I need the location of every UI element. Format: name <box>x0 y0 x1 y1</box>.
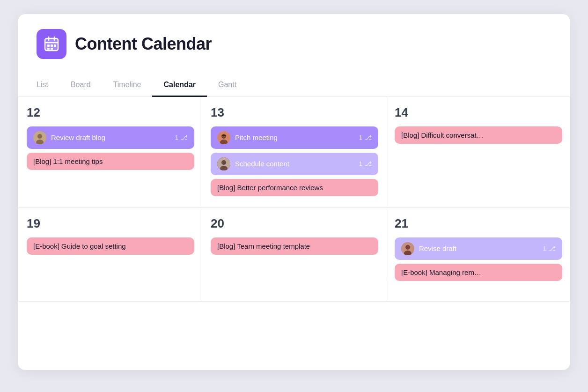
event-better-performance[interactable]: [Blog] Better performance reviews <box>211 179 378 196</box>
svg-rect-6 <box>51 44 53 47</box>
user-avatar-svg <box>217 157 230 170</box>
svg-point-11 <box>37 134 42 139</box>
event-schedule-content[interactable]: Schedule content 1 ⎇ <box>211 153 378 175</box>
event-count: 1 <box>359 160 362 167</box>
user-avatar-svg <box>217 131 230 144</box>
subtask-icon: ⎇ <box>181 134 188 141</box>
user-avatar-svg <box>33 131 46 144</box>
tab-calendar[interactable]: Calendar <box>152 76 206 97</box>
calendar-cell-12: 12 Review draft blog 1 ⎇ <box>18 97 202 208</box>
header: Content Calendar <box>18 14 570 59</box>
svg-rect-8 <box>47 48 50 50</box>
calendar-cell-21: 21 Revise draft 1 ⎇ <box>386 208 570 302</box>
event-pitch-meeting[interactable]: Pitch meeting 1 ⎇ <box>211 126 378 149</box>
event-count: 1 <box>175 134 178 141</box>
calendar-cell-20: 20 [Blog] Team meeting template <box>202 208 386 302</box>
avatar-man <box>33 131 46 144</box>
tab-list[interactable]: List <box>37 76 59 97</box>
nav-tabs: List Board Timeline Calendar Gantt <box>18 67 570 97</box>
event-meta: 1 ⎇ <box>359 160 372 167</box>
svg-point-17 <box>221 160 226 165</box>
event-review-draft-blog[interactable]: Review draft blog 1 ⎇ <box>27 126 194 149</box>
event-label: [E-book] Managing rem… <box>401 268 556 276</box>
calendar-grid: 12 Review draft blog 1 ⎇ <box>18 97 570 302</box>
calendar-icon <box>44 36 59 52</box>
user-avatar-svg <box>401 242 414 255</box>
svg-rect-9 <box>51 48 53 50</box>
date-20: 20 <box>211 216 378 231</box>
avatar-woman2 <box>217 157 230 170</box>
avatar-woman3 <box>401 242 414 255</box>
event-label: Pitch meeting <box>235 133 354 141</box>
event-revise-draft[interactable]: Revise draft 1 ⎇ <box>395 237 562 260</box>
tab-timeline[interactable]: Timeline <box>102 76 153 97</box>
event-ebook-managing[interactable]: [E-book] Managing rem… <box>395 264 562 281</box>
events-19: [E-book] Guide to goal setting <box>27 237 194 255</box>
event-label: [Blog] Team meeting template <box>217 242 372 250</box>
events-20: [Blog] Team meeting template <box>211 237 378 255</box>
date-13: 13 <box>211 105 378 120</box>
app-container: Content Calendar List Board Timeline Cal… <box>18 14 570 370</box>
events-12: Review draft blog 1 ⎇ [Blog] 1:1 meeting… <box>27 126 194 170</box>
event-meta: 1 ⎇ <box>543 245 556 252</box>
calendar-cell-14: 14 [Blog] Difficult conversat… <box>386 97 570 208</box>
subtask-icon: ⎇ <box>549 245 556 252</box>
event-label: Revise draft <box>419 244 538 252</box>
subtask-icon: ⎇ <box>365 160 372 167</box>
svg-rect-5 <box>47 44 50 47</box>
avatar-woman1 <box>217 131 230 144</box>
event-blog-meeting-tips[interactable]: [Blog] 1:1 meeting tips <box>27 153 194 170</box>
subtask-icon: ⎇ <box>365 134 372 141</box>
tab-board[interactable]: Board <box>59 76 102 97</box>
date-19: 19 <box>27 216 194 231</box>
events-21: Revise draft 1 ⎇ [E-book] Managing rem… <box>395 237 562 281</box>
calendar-cell-19: 19 [E-book] Guide to goal setting <box>18 208 202 302</box>
events-13: Pitch meeting 1 ⎇ Schedule conte <box>211 126 378 196</box>
event-count: 1 <box>543 245 546 252</box>
app-icon <box>37 29 66 59</box>
svg-point-20 <box>405 245 410 250</box>
event-blog-difficult[interactable]: [Blog] Difficult conversat… <box>395 126 562 144</box>
page-title: Content Calendar <box>75 34 212 54</box>
event-count: 1 <box>359 134 362 141</box>
event-label: [Blog] Difficult conversat… <box>401 131 556 139</box>
event-label: [Blog] 1:1 meeting tips <box>33 157 188 165</box>
date-12: 12 <box>27 105 194 120</box>
date-21: 21 <box>395 216 562 231</box>
event-label: [E-book] Guide to goal setting <box>33 242 188 250</box>
date-14: 14 <box>395 105 562 120</box>
event-label: Schedule content <box>235 160 354 168</box>
event-blog-team-meeting[interactable]: [Blog] Team meeting template <box>211 237 378 255</box>
event-ebook-goal-setting[interactable]: [E-book] Guide to goal setting <box>27 237 194 255</box>
calendar-cell-13: 13 Pitch meeting 1 ⎇ <box>202 97 386 208</box>
svg-rect-7 <box>54 44 56 47</box>
event-label: Review draft blog <box>51 133 170 141</box>
event-meta: 1 ⎇ <box>359 134 372 141</box>
tab-gantt[interactable]: Gantt <box>207 76 248 97</box>
events-14: [Blog] Difficult conversat… <box>395 126 562 144</box>
event-label: [Blog] Better performance reviews <box>217 184 372 192</box>
event-meta: 1 ⎇ <box>175 134 188 141</box>
